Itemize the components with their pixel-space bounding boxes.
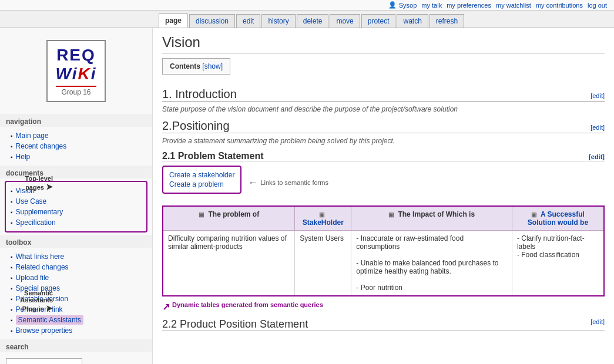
- section1-heading: 1. Introduction [edit]: [162, 87, 605, 102]
- recent-changes-link[interactable]: Recent changes: [16, 142, 67, 150]
- logo-wiki: WiKi: [56, 65, 97, 83]
- form-buttons-row: Create a stakeholder Create a problem ← …: [162, 166, 605, 200]
- toc-show-link[interactable]: [show]: [202, 62, 223, 70]
- section2-intro: Provide a statement summarizing the prob…: [162, 137, 605, 145]
- section22-edit-link[interactable]: [edit]: [590, 318, 605, 331]
- create-problem-link[interactable]: Create a problem: [169, 180, 234, 189]
- related-changes-link[interactable]: Related changes: [16, 263, 69, 271]
- help-link[interactable]: Help: [16, 153, 31, 161]
- section22-title: 2.2 Product Position Statement: [162, 318, 308, 331]
- section22-heading: 2.2 Product Position Statement [edit]: [162, 318, 605, 331]
- logo-group: Group 16: [56, 86, 97, 96]
- log-out-link[interactable]: log out: [588, 2, 607, 9]
- my-preferences-link[interactable]: my preferences: [447, 2, 491, 9]
- cell-stakeholder: System Users: [295, 231, 351, 296]
- semantic-assistants-link[interactable]: Semantic Assistants: [16, 316, 83, 324]
- section2-heading: 2.Positioning [edit]: [162, 119, 605, 133]
- supplementary-link[interactable]: Supplementary: [16, 208, 63, 216]
- sidebar: Top-levelpages ➤ SemanticAssistantsPlug-…: [0, 28, 153, 364]
- section1-intro: State purpose of the vision document and…: [162, 105, 605, 113]
- top-bar: 👤 Sysop my talk my preferences my watchl…: [0, 0, 614, 11]
- links-to-forms-label: Links to semantic forms: [260, 179, 328, 186]
- annotation-top-level: Top-levelpages ➤: [0, 175, 53, 191]
- section1-title: 1. Introduction: [162, 87, 237, 101]
- tab-delete[interactable]: delete: [297, 14, 329, 28]
- col-impact: ▣ The Impact of Which is: [351, 206, 512, 231]
- dynamic-tables-annotation: ↗ Dynamic tables generated from semantic…: [162, 301, 605, 312]
- search-section: Go Search: [0, 355, 152, 364]
- cell-solution: - Clarify nutrition-fact-labels - Food c…: [512, 231, 604, 296]
- content-area: Vision Contents [show] 1. Introduction […: [153, 28, 614, 364]
- cell-problem: Difficulty comparing nutrition values of…: [163, 231, 295, 296]
- create-stakeholder-link[interactable]: Create a stakeholder: [169, 170, 234, 180]
- annotation-semantic: SemanticAssistantsPlug-in ➤: [0, 289, 53, 313]
- tab-edit[interactable]: edit: [236, 14, 260, 28]
- tab-discussion[interactable]: discussion: [189, 14, 235, 28]
- section21-heading: 2.1 Problem Statement [edit]: [162, 151, 605, 162]
- use-case-link[interactable]: Use Case: [16, 197, 47, 205]
- user-icon: 👤: [388, 1, 397, 9]
- logo-box: REQ WiKi Group 16: [46, 40, 106, 102]
- specification-link[interactable]: Specification: [16, 218, 56, 227]
- section21-title: 2.1 Problem Statement: [162, 151, 264, 161]
- col-stakeholder: ▣ StakeHolder: [295, 206, 351, 231]
- problem-statement-table: ▣ The problem of ▣ StakeHolder ▣ The Imp…: [162, 205, 605, 296]
- cell-impact: - Inaccurate or raw-estimated food consu…: [351, 231, 512, 296]
- tab-refresh[interactable]: refresh: [430, 14, 464, 28]
- user-link[interactable]: Sysop: [399, 2, 417, 9]
- my-contributions-link[interactable]: my contributions: [536, 2, 583, 9]
- section2-title: 2.Positioning: [162, 119, 230, 133]
- toc-box: Contents [show]: [162, 58, 230, 75]
- browse-properties-link[interactable]: Browse properties: [16, 326, 73, 335]
- dynamic-tables-label: Dynamic tables generated from semantic q…: [172, 301, 323, 308]
- page-title: Vision: [162, 34, 605, 53]
- col-problem: ▣ The problem of: [163, 206, 295, 231]
- tab-watch[interactable]: watch: [397, 14, 428, 28]
- logo-req: REQ: [56, 46, 97, 65]
- tab-bar: page discussion edit history delete move…: [0, 11, 614, 28]
- search-title: search: [0, 339, 152, 352]
- upload-file-link[interactable]: Upload file: [16, 274, 49, 282]
- col-solution: ▣ A Successful Solution would be: [512, 206, 604, 231]
- logo-area: REQ WiKi Group 16: [0, 34, 152, 108]
- navigation-title: navigation: [0, 114, 152, 127]
- tab-history[interactable]: history: [261, 14, 295, 28]
- search-input[interactable]: [6, 358, 82, 364]
- navigation-section: Main page Recent changes Help: [0, 128, 152, 166]
- what-links-here-link[interactable]: What links here: [16, 252, 65, 261]
- section2-edit-link[interactable]: [edit]: [590, 124, 605, 131]
- tab-page[interactable]: page: [159, 14, 188, 28]
- table-row: Difficulty comparing nutrition values of…: [163, 231, 604, 296]
- tab-protect[interactable]: protect: [361, 14, 396, 28]
- my-watchlist-link[interactable]: my watchlist: [496, 2, 531, 9]
- form-buttons-box: Create a stakeholder Create a problem: [162, 166, 241, 194]
- section21-edit-link[interactable]: [edit]: [589, 153, 605, 160]
- my-talk-link[interactable]: my talk: [421, 2, 442, 9]
- semantic-forms-annotation: ← Links to semantic forms: [247, 177, 328, 189]
- tab-move[interactable]: move: [330, 14, 360, 28]
- toc-label: Contents: [170, 62, 200, 70]
- section1-edit-link[interactable]: [edit]: [590, 92, 605, 99]
- toolbox-title: toolbox: [0, 235, 152, 248]
- main-layout: Top-levelpages ➤ SemanticAssistantsPlug-…: [0, 28, 614, 364]
- main-page-link[interactable]: Main page: [16, 132, 49, 140]
